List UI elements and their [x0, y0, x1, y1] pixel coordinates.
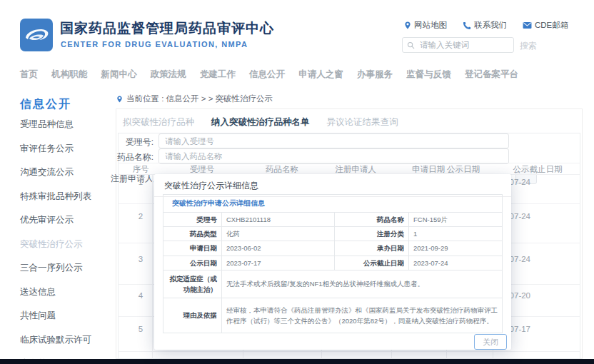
- sidebar-item-three-in-one[interactable]: 三合一序列公示: [20, 262, 91, 274]
- nav-item-registration-platform[interactable]: 登记备案平台: [465, 69, 518, 81]
- page: 国家药品监督管理局药品审评中心 CENTER FOR DRUG EVALUATI…: [0, 0, 594, 364]
- drug-name-label: 药品名称:: [100, 151, 153, 163]
- nav-item-info-disclosure[interactable]: 信息公开: [249, 69, 285, 81]
- tab-proposed-breakthrough[interactable]: 拟突破性治疗品种: [123, 116, 194, 128]
- col-header-deadline: 公示截止日期: [513, 164, 563, 175]
- nav-item-home[interactable]: 首页: [20, 69, 38, 81]
- sidebar-title: 信息公开: [20, 97, 71, 112]
- drug-type-value: 化药: [222, 227, 335, 241]
- close-button[interactable]: 关闭: [474, 334, 507, 350]
- sidebar-item-review-tasks[interactable]: 审评任务公示: [20, 143, 91, 155]
- location-pin-icon: [404, 21, 411, 30]
- sidebar-item-communication[interactable]: 沟通交流公示: [20, 166, 91, 178]
- col-header-apply-date: 申请日期: [412, 164, 445, 175]
- nav-item-news[interactable]: 新闻中心: [101, 69, 136, 81]
- drug-name-value: FCN-159片: [409, 213, 503, 227]
- column-separator: [152, 174, 153, 359]
- sidebar: 受理品种信息 审评任务公示 沟通交流公示 特殊审批品种列表 优先审评公示 突破性…: [20, 118, 91, 364]
- mailbox-link[interactable]: CDE邮箱: [523, 20, 568, 31]
- search-input[interactable]: [418, 40, 500, 50]
- indication-field-label: 拟定适应症（或功能主治）: [163, 270, 222, 298]
- reg-class-value: 1: [409, 227, 503, 241]
- row-separator: [118, 351, 580, 352]
- main-nav: 首页 机构职能 新闻中心 政策法规 党建工作 信息公开 申请人之窗 办事服务 监…: [20, 69, 518, 81]
- cde-swoosh-icon: [20, 19, 53, 51]
- sidebar-item-delivery-info[interactable]: 送达信息: [20, 286, 91, 298]
- sitemap-link[interactable]: 网站地图: [404, 20, 447, 31]
- reason-value: 经审核，本申请符合《药品注册管理办法》和《国家药监局关于发布突破性治疗药物审评工…: [222, 298, 503, 333]
- col-header-drug-name: 药品名称: [266, 164, 298, 175]
- apply-date-value: 2023-06-02: [222, 241, 335, 256]
- phone-icon: [463, 21, 471, 30]
- detail-modal: 突破性治疗公示详细信息 突破性治疗申请公示详细信息 受理号 CXHB210111…: [154, 174, 511, 350]
- tab-bar: 拟突破性治疗品种 纳入突破性治疗品种名单 异议论证结果查询: [123, 116, 398, 128]
- nav-item-applicant[interactable]: 申请人之窗: [298, 69, 343, 81]
- mailbox-label: CDE邮箱: [535, 20, 568, 31]
- reason-field-label: 理由及依据: [163, 298, 222, 333]
- acceptance-no-input[interactable]: [158, 133, 509, 148]
- cde-logo[interactable]: [20, 19, 53, 51]
- deadline-value: 2023-07-24: [409, 256, 503, 270]
- drug-name-field-label: 药品名称: [335, 213, 409, 227]
- indication-value: 无法手术或术后残留/复发的NF1相关的丛状神经纤维瘤成人患者。: [222, 270, 503, 298]
- envelope-icon: [523, 21, 532, 29]
- col-header-applicant: 注册申请人: [335, 164, 376, 175]
- nav-item-party[interactable]: 党建工作: [200, 69, 236, 81]
- detail-section-title: 突破性治疗申请公示详细信息: [163, 195, 503, 213]
- contact-link[interactable]: 联系我们: [463, 20, 507, 31]
- quick-links: 网站地图 联系我们 CDE邮箱: [404, 20, 568, 31]
- sitemap-label: 网站地图: [414, 20, 447, 31]
- nav-item-functions[interactable]: 机构职能: [51, 69, 87, 81]
- deadline-field-label: 公示截止日期: [335, 256, 409, 270]
- sidebar-item-priority-review[interactable]: 优先审评公示: [20, 214, 91, 226]
- row-index: 1: [139, 178, 143, 186]
- site-title-cn: 国家药品监督管理局药品审评中心: [60, 19, 274, 38]
- table-header-top-border: [118, 163, 580, 163]
- col-header-index: 序号: [133, 164, 149, 175]
- apply-date-field-label: 申请日期: [163, 241, 222, 256]
- sidebar-item-special-approval[interactable]: 特殊审批品种列表: [20, 191, 91, 203]
- acceptance-no-field-label: 受理号: [163, 213, 222, 227]
- acceptance-no-label: 受理号:: [100, 136, 153, 148]
- site-title-en: CENTER FOR DRUG EVALUATION, NMPA: [61, 40, 248, 49]
- undertake-date-value: 2021-09-29: [409, 241, 503, 256]
- publicity-date-field-label: 公示日期: [163, 256, 222, 270]
- contact-label: 联系我们: [474, 20, 507, 31]
- site-search: [402, 37, 514, 53]
- reg-class-field-label: 注册分类: [335, 227, 409, 241]
- sidebar-item-accepted-varieties[interactable]: 受理品种信息: [20, 118, 91, 131]
- undertake-date-field-label: 承办日期: [335, 241, 409, 256]
- sidebar-item-breakthrough-therapy[interactable]: 突破性治疗公示: [20, 238, 91, 251]
- col-header-publicity-date: 公示日期: [447, 164, 480, 175]
- search-button[interactable]: 搜索: [520, 40, 537, 52]
- row-index: 5: [139, 325, 143, 333]
- row-index: 4: [139, 291, 143, 300]
- row-index: 3: [139, 255, 143, 263]
- breadcrumb-pin-icon: [116, 95, 123, 103]
- sidebar-item-common-issues[interactable]: 共性问题: [20, 310, 91, 322]
- publicity-date-value: 2023-07-17: [222, 256, 335, 270]
- magnifier-icon: [407, 41, 415, 49]
- row-index: 2: [139, 212, 143, 221]
- nav-item-supervision[interactable]: 监督与反馈: [406, 69, 451, 81]
- tab-objection-results[interactable]: 异议论证结果查询: [327, 116, 398, 128]
- detail-table: 突破性治疗申请公示详细信息 受理号 CXHB2101118 药品名称 FCN-1…: [163, 194, 503, 333]
- acceptance-no-value: CXHB2101118: [222, 213, 335, 227]
- nav-item-services[interactable]: 办事服务: [357, 69, 393, 81]
- breadcrumb-text: 当前位置 : 信息公开 > > 突破性治疗公示: [126, 93, 273, 104]
- sidebar-item-clinical-trial[interactable]: 临床试验默示许可: [20, 334, 91, 346]
- breadcrumb: 当前位置 : 信息公开 > > 突破性治疗公示: [116, 93, 273, 104]
- col-header-acceptance-no: 受理号: [190, 164, 215, 175]
- nav-item-policy[interactable]: 政策法规: [151, 69, 186, 81]
- footer-bar: [0, 359, 594, 364]
- drug-name-input[interactable]: [158, 148, 509, 164]
- tab-included-breakthrough-list[interactable]: 纳入突破性治疗品种名单: [211, 116, 310, 128]
- drug-type-field-label: 药品类型: [163, 227, 222, 241]
